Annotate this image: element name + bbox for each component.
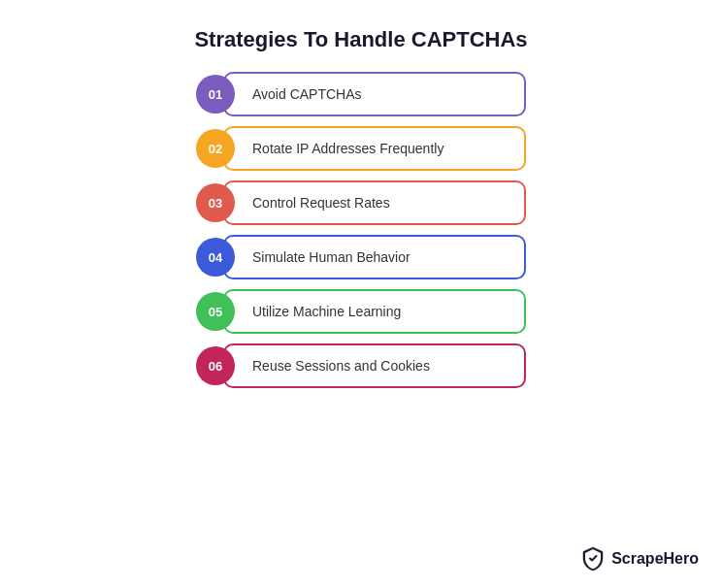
strategy-item-4: 04Simulate Human Behavior <box>196 235 526 279</box>
strategy-badge-6: 06 <box>196 346 235 385</box>
footer: ScrapeHero <box>580 545 699 572</box>
brand-name: ScrapeHero <box>611 550 699 568</box>
strategy-badge-2: 02 <box>196 129 235 168</box>
strategy-box-4: Simulate Human Behavior <box>223 235 526 279</box>
strategy-box-5: Utilize Machine Learning <box>223 289 526 334</box>
strategy-box-2: Rotate IP Addresses Frequently <box>223 126 526 171</box>
brand-logo: ScrapeHero <box>580 545 699 572</box>
strategy-item-6: 06Reuse Sessions and Cookies <box>196 343 526 388</box>
strategy-item-1: 01Avoid CAPTCHAs <box>196 72 526 116</box>
strategy-badge-5: 05 <box>196 292 235 331</box>
shield-icon <box>580 545 606 572</box>
strategy-badge-3: 03 <box>196 183 235 222</box>
strategy-box-1: Avoid CAPTCHAs <box>223 72 526 116</box>
strategy-badge-1: 01 <box>196 75 235 114</box>
strategy-badge-4: 04 <box>196 238 235 277</box>
page-title: Strategies To Handle CAPTCHAs <box>194 27 527 52</box>
strategy-item-3: 03Control Request Rates <box>196 180 526 225</box>
strategy-item-2: 02Rotate IP Addresses Frequently <box>196 126 526 171</box>
strategies-list: 01Avoid CAPTCHAs02Rotate IP Addresses Fr… <box>196 72 526 388</box>
strategy-item-5: 05Utilize Machine Learning <box>196 289 526 334</box>
strategy-box-3: Control Request Rates <box>223 180 526 225</box>
strategy-box-6: Reuse Sessions and Cookies <box>223 343 526 388</box>
